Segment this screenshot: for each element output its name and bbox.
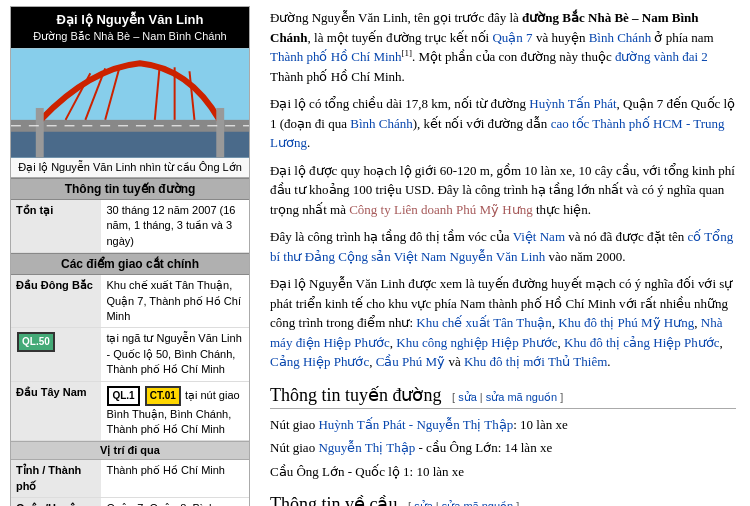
quan-huyen-label: Quận/Huyện <box>11 498 101 506</box>
ql50-value: tại ngã tư Nguyễn Văn Linh - Quốc lộ 50,… <box>101 328 249 381</box>
infobox-table-tuyen-duong: Tồn tại 30 tháng 12 năm 2007 (16 năm, 1 … <box>11 200 249 253</box>
link-nguyen-van-linh[interactable]: cố Tổng bí thư Đảng Cộng sản Việt Nam Ng… <box>270 229 733 264</box>
section-thong-tin-header: Thông tin tuyến đường [ sửa | sửa mã ngu… <box>270 384 736 409</box>
link-htp-ntt[interactable]: Huỳnh Tấn Phát - Nguyễn Thị Thập <box>318 417 513 432</box>
link-viet-nam[interactable]: Việt Nam <box>513 229 565 244</box>
link-cao-toc[interactable]: cao tốc Thành phố HCM - Trung Lương <box>270 116 725 151</box>
svg-rect-10 <box>216 108 224 158</box>
main-content: Đường Nguyễn Văn Linh, tên gọi trước đây… <box>258 0 748 506</box>
tinh-thanh-value: Thành phố Hồ Chí Minh <box>101 460 249 497</box>
link-phu-my-hung-2[interactable]: Khu đô thị Phú Mỹ Hưng <box>558 315 694 330</box>
edit-links-2: [ sửa | sửa mã nguồn ] <box>408 500 519 506</box>
edit-sua-ma-nguon-link-2[interactable]: sửa mã nguồn <box>442 500 513 506</box>
paragraph-2: Đại lộ có tổng chiều dài 17,8 km, nối từ… <box>270 94 736 153</box>
edit-links-1: [ sửa | sửa mã nguồn ] <box>452 391 563 403</box>
link-phu-my-hung[interactable]: Công ty Liên doanh Phú Mỹ Hưng <box>349 202 533 217</box>
infobox-img-caption: Đại lộ Nguyễn Văn Linh nhìn từ cầu Ông L… <box>11 158 249 178</box>
link-khu-dt-cang[interactable]: Khu đô thị cảng Hiệp Phước <box>564 335 720 350</box>
ql50-label: QL.50 <box>11 328 101 381</box>
paragraph-3: Đại lộ được quy hoạch lộ giới 60-120 m, … <box>270 161 736 220</box>
link-thu-thiem[interactable]: Khu đô thị mới Thủ Thiêm <box>464 354 607 369</box>
road-info-item-2: Nút giao Nguyễn Thị Thập - cầu Ông Lớn: … <box>270 438 736 458</box>
infobox-image <box>11 48 249 158</box>
link-quan7[interactable]: Quận 7 <box>492 30 532 45</box>
edit-sua-link-1[interactable]: sửa <box>458 391 477 403</box>
road-info-list: Nút giao Huỳnh Tấn Phát - Nguyễn Thị Thậ… <box>270 415 736 482</box>
road-info-item-3: Cầu Ông Lớn - Quốc lộ 1: 10 làn xe <box>270 462 736 482</box>
svg-rect-1 <box>11 128 249 158</box>
edit-sua-ma-nguon-link-1[interactable]: sửa mã nguồn <box>486 391 557 403</box>
infobox-table-vi-tri: Tỉnh / Thành phố Thành phố Hồ Chí Minh Q… <box>11 460 249 506</box>
link-cau-phu-my[interactable]: Cầu Phú Mỹ <box>376 354 445 369</box>
dau-tay-nam-label: Đầu Tây Nam <box>11 381 101 441</box>
section-tuyen-duong: Thông tin tuyến đường <box>11 178 249 200</box>
link-huynh-tan-phat[interactable]: Huỳnh Tấn Phát <box>529 96 616 111</box>
paragraph-5: Đại lộ Nguyễn Văn Linh được xem là tuyến… <box>270 274 736 372</box>
dau-tay-nam-value: QL.1 CT.01 tại nút giao Bình Thuận, Bình… <box>101 381 249 441</box>
section-cau-header: Thông tin về cầu [ sửa | sửa mã nguồn ] <box>270 493 736 506</box>
section-diem-giao: Các điểm giao cắt chính <box>11 253 249 275</box>
ql1-badge: QL.1 <box>107 386 139 406</box>
tinh-thanh-label: Tỉnh / Thành phố <box>11 460 101 497</box>
infobox-table-diem-giao: Đầu Đông Bắc Khu chế xuất Tân Thuận, Quậ… <box>11 275 249 441</box>
infobox: Đại lộ Nguyễn Văn Linh Đường Bắc Nhà Bè … <box>10 6 250 506</box>
link-tphcm[interactable]: Thành phố Hồ Chí Minh <box>270 49 402 64</box>
link-binh-chanh[interactable]: Bình Chánh <box>589 30 651 45</box>
ton-tai-value: 30 tháng 12 năm 2007 (16 năm, 1 tháng, 3… <box>101 200 249 253</box>
link-khu-cn[interactable]: Khu công nghiệp Hiệp Phước <box>396 335 557 350</box>
link-vanh-dai[interactable]: đường vành đai 2 <box>615 49 708 64</box>
infobox-subtitle: Đường Bắc Nhà Bè – Nam Bình Chánh <box>11 30 249 48</box>
paragraph-1: Đường Nguyễn Văn Linh, tên gọi trước đây… <box>270 8 736 86</box>
dau-dong-bac-value: Khu chế xuất Tân Thuận, Quận 7, Thành ph… <box>101 275 249 328</box>
svg-rect-9 <box>36 108 44 158</box>
link-cang[interactable]: Cảng Hiệp Phước <box>270 354 369 369</box>
infobox-title: Đại lộ Nguyễn Văn Linh <box>11 7 249 30</box>
road-info-item-1: Nút giao Huỳnh Tấn Phát - Nguyễn Thị Thậ… <box>270 415 736 435</box>
paragraph-4: Đây là công trình hạ tầng đô thị tầm vóc… <box>270 227 736 266</box>
section-vi-tri: Vị trí đi qua <box>11 441 249 460</box>
ton-tai-label: Tồn tại <box>11 200 101 253</box>
link-binh-chanh-2[interactable]: Bình Chánh <box>350 116 412 131</box>
link-ntt-ong-lon[interactable]: Nguyễn Thị Thập <box>318 440 415 455</box>
dau-dong-bac-label: Đầu Đông Bắc <box>11 275 101 328</box>
edit-sua-link-2[interactable]: sửa <box>414 500 433 506</box>
quan-huyen-value: Quận 7, Quận 8, Bình Chánh <box>101 498 249 506</box>
ct01-badge: CT.01 <box>145 386 181 406</box>
link-khu-che-xuat[interactable]: Khu chế xuất Tân Thuận <box>416 315 551 330</box>
ql50-badge: QL.50 <box>17 332 55 352</box>
